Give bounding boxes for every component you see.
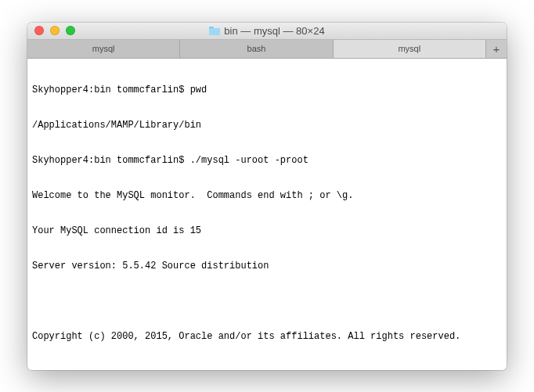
tab-label: mysql bbox=[92, 44, 115, 53]
terminal-line bbox=[32, 296, 502, 307]
tab-mysql-2[interactable]: mysql bbox=[334, 40, 486, 58]
terminal-line bbox=[32, 366, 502, 370]
tab-label: mysql bbox=[398, 44, 420, 53]
add-tab-button[interactable]: + bbox=[486, 40, 507, 58]
terminal-body[interactable]: Skyhopper4:bin tommcfarlin$ pwd /Applica… bbox=[27, 59, 507, 370]
window-controls bbox=[34, 26, 75, 35]
terminal-line: Skyhopper4:bin tommcfarlin$ pwd bbox=[32, 85, 502, 96]
close-icon[interactable] bbox=[34, 26, 44, 35]
tab-label: bash bbox=[247, 44, 266, 53]
terminal-line: Welcome to the MySQL monitor. Commands e… bbox=[32, 190, 502, 202]
terminal-line: Server version: 5.5.42 Source distributi… bbox=[32, 261, 502, 272]
terminal-line: /Applications/MAMP/Library/bin bbox=[32, 120, 502, 131]
minimize-icon[interactable] bbox=[50, 26, 60, 35]
titlebar[interactable]: bin — mysql — 80×24 bbox=[27, 23, 507, 40]
terminal-window: bin — mysql — 80×24 mysql bash mysql + S… bbox=[27, 23, 507, 370]
terminal-line: Skyhopper4:bin tommcfarlin$ ./mysql -uro… bbox=[32, 155, 502, 167]
terminal-line: Copyright (c) 2000, 2015, Oracle and/or … bbox=[32, 331, 502, 343]
tab-mysql-1[interactable]: mysql bbox=[27, 40, 180, 58]
terminal-line: Your MySQL connection id is 15 bbox=[32, 225, 502, 237]
window-title: bin — mysql — 80×24 bbox=[27, 25, 507, 37]
tab-bash[interactable]: bash bbox=[180, 40, 333, 58]
folder-icon bbox=[209, 27, 220, 35]
zoom-icon[interactable] bbox=[66, 26, 75, 35]
window-title-text: bin — mysql — 80×24 bbox=[224, 25, 324, 37]
tab-bar: mysql bash mysql + bbox=[27, 40, 507, 59]
plus-icon: + bbox=[493, 42, 500, 56]
